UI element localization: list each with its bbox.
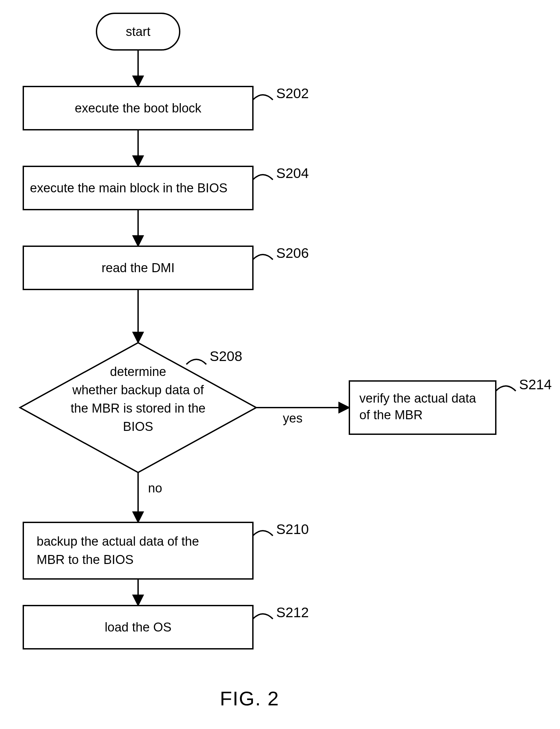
figure-caption: FIG. 2 (220, 687, 280, 710)
s214-leader (496, 386, 516, 391)
s214-line1: verify the actual data (359, 391, 476, 405)
s208-leader (186, 359, 206, 364)
s206-leader (253, 255, 273, 260)
s202-node: execute the boot block (23, 87, 253, 130)
s214-label: S214 (519, 377, 552, 392)
s208-no-label: no (148, 481, 162, 495)
s212-node: load the OS (23, 606, 253, 649)
s214-node: verify the actual data of the MBR (349, 381, 496, 434)
s208-line3: the MBR is stored in the (71, 401, 206, 415)
flowchart: start execute the boot block S202 execut… (0, 0, 560, 729)
s210-line1: backup the actual data of the (37, 534, 199, 548)
s202-leader (253, 95, 273, 100)
s212-text: load the OS (105, 620, 172, 634)
s208-yes-label: yes (283, 411, 302, 425)
s212-leader (253, 614, 273, 619)
s206-text: read the DMI (101, 261, 175, 275)
s210-leader (253, 531, 273, 536)
s214-line2: of the MBR (359, 408, 423, 422)
s202-label: S202 (276, 86, 309, 101)
s202-text: execute the boot block (75, 101, 202, 115)
s204-text: execute the main block in the BIOS (30, 181, 228, 195)
s210-line2: MBR to the BIOS (37, 553, 133, 567)
start-text: start (126, 25, 150, 39)
s204-leader (253, 175, 273, 180)
s204-label: S204 (276, 165, 309, 181)
s208-line4: BIOS (123, 420, 153, 434)
s206-node: read the DMI (23, 246, 253, 289)
s208-line1: determine (110, 365, 166, 379)
start-node: start (96, 13, 180, 50)
s208-label: S208 (210, 348, 242, 364)
s204-node: execute the main block in the BIOS (23, 166, 253, 210)
s210-label: S210 (276, 521, 309, 537)
s206-label: S206 (276, 245, 309, 261)
s208-line2: whether backup data of (72, 383, 204, 397)
svg-rect-5 (349, 381, 496, 434)
s212-label: S212 (276, 605, 309, 620)
s210-node: backup the actual data of the MBR to the… (23, 522, 253, 579)
svg-rect-6 (23, 522, 253, 579)
